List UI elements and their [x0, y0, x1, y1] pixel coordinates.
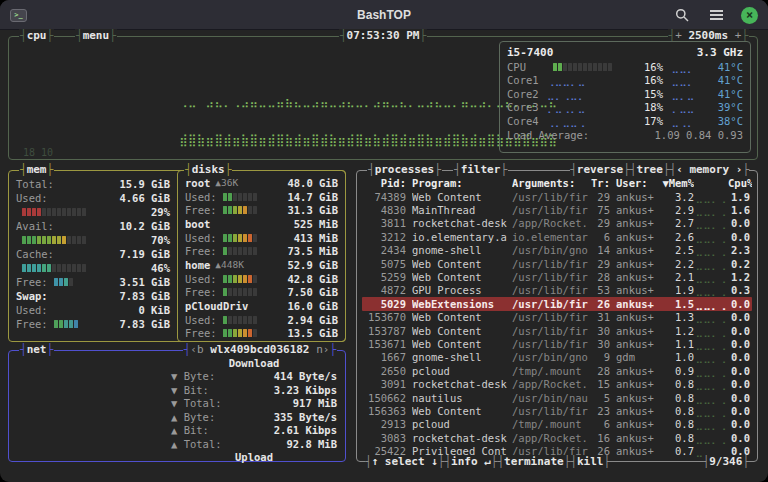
net-prev-interface-button[interactable]: ‹b	[190, 343, 203, 357]
cell-tr: 26	[590, 298, 610, 310]
meter-block	[228, 206, 232, 214]
meter-block	[238, 275, 242, 283]
titlebar[interactable]: >_ BashTOP ×	[0, 0, 768, 30]
cell-args: /usr/lib/fir	[512, 405, 590, 417]
meter-block	[32, 264, 36, 272]
process-row[interactable]: 3091rocketchat-desk/app/Rocket.15ankus+0…	[362, 377, 752, 390]
cell-cpu: 0.0	[728, 365, 752, 377]
cell-prog: pcloud	[412, 418, 510, 430]
close-button[interactable]: ×	[741, 7, 758, 24]
stat-label: Used:	[185, 232, 217, 244]
cell-cpu: 1.9	[728, 191, 752, 203]
sort-prev-button[interactable]: ‹	[676, 163, 683, 176]
process-row[interactable]: 5029WebExtensions/usr/lib/fir26ankus+1.5…	[362, 297, 752, 310]
magnifier-glyph	[675, 8, 689, 22]
stat-label: ▼ Total:	[171, 397, 222, 409]
cell-cpu: 0.0	[728, 405, 752, 417]
cpu-stats-rows: CPU16%⣀⣀⡀41°CCore1⢀⣀⣀⡀⣀16%⣀⣀⡀41°CCore2⣀⡀…	[507, 60, 743, 128]
cell-user: ankus+	[616, 298, 660, 310]
section-header-line: Download	[169, 356, 339, 370]
meter-block	[72, 264, 76, 272]
stat-value: 7.83 GiB	[119, 318, 170, 330]
core-usage-percent: 16%	[631, 61, 663, 73]
meter-block	[228, 275, 232, 283]
cell-user: gdm	[616, 351, 660, 363]
meter-block	[228, 234, 232, 242]
menu-button[interactable]: ┤menu├	[75, 29, 117, 43]
stat-line: Cache:7.19 GiB	[14, 247, 172, 261]
search-icon[interactable]	[673, 6, 691, 24]
process-row[interactable]: 5259Web Content/usr/lib/fir28ankus+2.1⣀⣀…	[362, 270, 752, 283]
meter	[22, 236, 86, 244]
stat-line: Free:13.5 GiB	[183, 327, 340, 341]
stat-percent: 70%	[151, 234, 170, 246]
meter-block	[233, 206, 237, 214]
net-next-interface-button[interactable]: n›	[316, 343, 329, 357]
meter-block	[243, 316, 247, 324]
process-row[interactable]: 153787Web Content/usr/lib/fir30ankus+1.2…	[362, 324, 752, 337]
cpu-stat-row: Core1⢀⣀⣀⡀⣀16%⣀⣀⡀41°C	[507, 74, 743, 88]
cell-prog: MainThread	[412, 204, 510, 216]
process-row[interactable]: 3083rocketchat-desk/app/Rocket.16ankus+0…	[362, 431, 752, 444]
meter-block	[27, 208, 31, 216]
menu-icon[interactable]	[707, 6, 725, 24]
cell-args: /app/Rocket.	[512, 432, 590, 444]
info-button[interactable]: ┤info ↵├	[444, 455, 497, 469]
kill-button[interactable]: ┤kill├	[570, 455, 610, 469]
meter-block	[243, 329, 247, 337]
stat-line: root▲36K48.0 GiB	[183, 176, 340, 190]
cell-args: /usr/bin/gno	[512, 351, 590, 363]
process-row[interactable]: 74389Web Content/usr/lib/fir29ankus+3.2⣀…	[362, 190, 752, 203]
terminate-button[interactable]: ┤terminate├	[497, 455, 570, 469]
select-control[interactable]: ┤↑ select ↓├	[365, 455, 444, 469]
cell-prog: pcloud	[412, 365, 510, 377]
process-row[interactable]: 156363Web Content/usr/lib/fir23ankus+0.8…	[362, 404, 752, 417]
cell-tr: 30	[590, 325, 610, 337]
cell-mem: 0.8	[660, 405, 694, 417]
cell-args: /app/Rocket.	[512, 217, 590, 229]
process-row[interactable]: 150662nautilus/usr/bin/nau5ankus+0.8⣀⣀⡀⢀…	[362, 391, 752, 404]
sort-field-selector[interactable]: ┤‹ memory ›├	[670, 163, 750, 177]
process-row[interactable]: 4830MainThread/usr/lib/fir75ankus+2.9⣀⣀⡀…	[362, 203, 752, 216]
process-row[interactable]: 3212io.elementary.aio.elementar6ankus+2.…	[362, 230, 752, 243]
mem-box: ┤mem├ Total:15.9 GiBUsed:4.66 GiB29%Avai…	[8, 170, 346, 342]
cell-cpu: 0.0	[728, 311, 752, 323]
meter-block	[57, 264, 61, 272]
process-row[interactable]: 153670Web Content/usr/lib/fir31ankus+1.3…	[362, 311, 752, 324]
cell-mem: 1.0	[660, 351, 694, 363]
cell-prog: Web Content	[412, 405, 510, 417]
cell-prog: Web Content	[412, 338, 510, 350]
meter-block	[553, 63, 557, 71]
process-row[interactable]: 5075Web Content/usr/lib/fir29ankus+2.2⣀⣀…	[362, 257, 752, 270]
meter-block	[64, 320, 68, 328]
filter-button[interactable]: ┤filter├	[453, 163, 508, 177]
cell-cpu: 2.3	[728, 244, 752, 256]
process-row[interactable]: 1667gnome-shell/usr/bin/gno9gdm1.0⣀⣀⡀⢀0.…	[362, 351, 752, 364]
process-row[interactable]: 3811rocketchat-desk/app/Rocket.29ankus+2…	[362, 217, 752, 230]
core-temperature: 41°C	[703, 88, 743, 100]
net-interface-selector[interactable]: ┤‹b wlx409bcd036182 n›├	[183, 343, 337, 357]
cell-args: /usr/lib/fir	[512, 284, 590, 296]
core-usage-percent: 15%	[631, 88, 663, 100]
process-row[interactable]: 153671Web Content/usr/lib/fir30ankus+1.1…	[362, 337, 752, 350]
meter-block	[69, 278, 73, 286]
cell-user: ankus+	[616, 284, 660, 296]
tree-view-button[interactable]: ┤tree├	[630, 163, 670, 177]
reverse-sort-button[interactable]: ┤reverse├	[570, 163, 630, 177]
cell-cpu: 0.2	[728, 258, 752, 270]
meter-block	[243, 206, 247, 214]
cell-tr: 6	[590, 231, 610, 243]
sort-field-value: memory	[689, 163, 729, 176]
process-row[interactable]: 2434gnome-shell/usr/bin/gno14ankus+2.5⣀⣀…	[362, 244, 752, 257]
meter-block	[248, 275, 252, 283]
mem-box-title: ┤mem├	[19, 163, 54, 177]
cell-tr: 29	[590, 191, 610, 203]
meter-block	[32, 236, 36, 244]
cell-mem: 2.7	[660, 217, 694, 229]
cell-user: ankus+	[616, 405, 660, 417]
stat-line: Used:413 MiB	[183, 231, 340, 245]
process-row[interactable]: 4872GPU Process/usr/lib/fir53ankus+1.9⣀⣀…	[362, 284, 752, 297]
cell-prog: Web Content	[412, 258, 510, 270]
process-row[interactable]: 2650pcloud/tmp/.mount_28ankus+0.9⣀⣀⡀⢀0.0	[362, 364, 752, 377]
process-row[interactable]: 2913pcloud/tmp/.mount_6ankus+0.8⣀⣀⡀⢀0.0	[362, 418, 752, 431]
